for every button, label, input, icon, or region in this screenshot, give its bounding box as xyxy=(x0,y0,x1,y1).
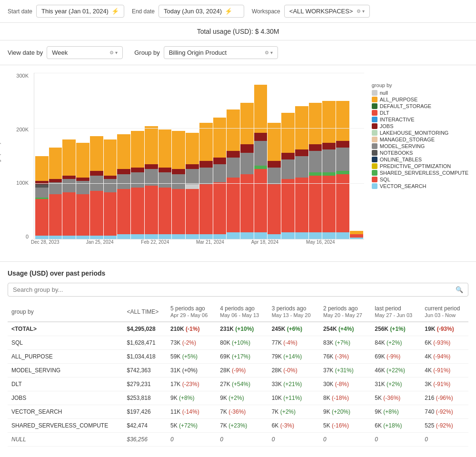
cell-pct: (-92%) xyxy=(436,422,453,429)
cell-main-value: 37K xyxy=(323,367,335,374)
cell-pct: (-18%) xyxy=(332,395,349,401)
cell-main-value: 7K xyxy=(220,422,228,429)
cell-main-value: 28K xyxy=(220,367,232,374)
x-tick: Dec 28, 2023 xyxy=(31,239,60,245)
col-all-time: <ALL TIME> xyxy=(123,302,167,322)
cell-pct: (-16%) xyxy=(332,422,349,429)
table-body: <TOTAL>$4,295,028210K (-1%)231K (+10%)24… xyxy=(8,322,468,447)
table-row: <TOTAL>$4,295,028210K (-1%)231K (+10%)24… xyxy=(8,322,468,336)
group-by-label: Group by xyxy=(134,49,159,56)
cell-main-value: 740 xyxy=(425,408,436,415)
x-tick: May 16, 2024 xyxy=(306,239,335,245)
cell-main-value: 9K xyxy=(170,395,179,401)
search-bar[interactable]: 🔍 xyxy=(8,283,468,297)
cell-main-value: 28K xyxy=(272,367,284,374)
cell-p4: 80K (+10%) xyxy=(216,336,268,350)
cell-group_by: SQL xyxy=(8,336,123,350)
cell-pct: (-36%) xyxy=(228,408,246,415)
legend-label: JOBS xyxy=(380,123,394,129)
legend-item: NOTEBOOKS xyxy=(372,150,468,156)
start-date-input[interactable]: This year (Jan 01, 2024) ⚡ xyxy=(36,5,124,18)
cell-pct: (+31%) xyxy=(335,367,354,374)
table-row: SHARED_SERVERLESS_COMPUTE$42,4745K (+72%… xyxy=(8,419,468,433)
cell-main-value: 525 xyxy=(425,422,436,429)
cell-main-value: 7K xyxy=(220,408,228,415)
grid-line-mid1 xyxy=(34,128,364,129)
cell-pct: (-9%) xyxy=(232,367,246,374)
legend-item: SHARED_SERVERLESS_COMPUTE xyxy=(372,170,468,176)
cell-pct: (+2%) xyxy=(280,408,296,415)
legend-items-container: nullALL_PURPOSEDEFAULT_STORAGEDLTINTERAC… xyxy=(372,90,468,189)
cell-group_by: DLT xyxy=(8,378,123,391)
grid-line-mid2 xyxy=(34,183,364,184)
cell-p1: 256K (+1%) xyxy=(371,322,421,336)
view-date-by-select[interactable]: Week ⚙ ▾ xyxy=(47,46,123,59)
cell-group_by: NULL xyxy=(8,433,123,447)
cell-main-value: 245K xyxy=(272,326,287,332)
cell-main-value: 6K xyxy=(272,422,280,429)
cell-p2: 37K (+31%) xyxy=(319,364,371,378)
end-date-icon: ⚡ xyxy=(225,8,232,15)
cell-pct: (-0%) xyxy=(283,367,297,374)
group-by-select[interactable]: Billing Origin Product ⚙ ▾ xyxy=(164,46,278,59)
x-tick: Jan 25, 2024 xyxy=(86,239,114,245)
usage-table: group by <ALL TIME> 5 periods agoApr 29 … xyxy=(8,302,468,447)
cell-group_by: ALL_PURPOSE xyxy=(8,350,123,364)
legend-swatch xyxy=(372,157,377,162)
table-row: MODEL_SERVING$742,36331K (+0%)28K (-9%)2… xyxy=(8,364,468,378)
cell-p5: 5K (+72%) xyxy=(167,419,216,433)
cell-pct: (-3%) xyxy=(335,353,349,360)
cell-main-value: 4K xyxy=(425,353,433,360)
controls-bar: View date by Week ⚙ ▾ Group by Billing O… xyxy=(0,40,476,65)
legend-item: MODEL_SERVING xyxy=(372,143,468,149)
grid-line-top xyxy=(34,73,364,73)
legend-label: SQL xyxy=(380,177,390,182)
cell-all_time: $42,474 xyxy=(123,419,167,433)
cell-pct: (-1%) xyxy=(186,326,199,332)
end-date-input[interactable]: Today (Jun 03, 2024) ⚡ xyxy=(159,5,244,18)
cell-main-value: 5K xyxy=(170,422,179,429)
cell-p3: 7K (+2%) xyxy=(268,405,319,419)
cell-p1: 5K (-36%) xyxy=(371,391,421,405)
cell-p4: 9K (+2%) xyxy=(216,391,268,405)
cell-p2: 9K (+20%) xyxy=(319,405,371,419)
cell-pct: (-91%) xyxy=(433,367,450,374)
cell-main-value: 3K xyxy=(425,381,433,387)
cell-main-value: 76K xyxy=(323,353,335,360)
cell-main-value: 30K xyxy=(323,381,335,387)
legend-swatch xyxy=(372,130,377,136)
cell-p4: 7K (+23%) xyxy=(216,419,268,433)
table-row: JOBS$253,8189K (+8%)9K (+2%)10K (+11%)8K… xyxy=(8,391,468,405)
total-usage-bar: Total usage (USD): $ 4.30M xyxy=(0,23,476,40)
cell-p2: 0 xyxy=(319,433,371,447)
cell-p3: 28K (-0%) xyxy=(268,364,319,378)
view-date-by-label: View date by xyxy=(8,49,43,56)
cell-main-value: 216 xyxy=(425,395,436,401)
search-icon: 🔍 xyxy=(456,286,463,293)
col-p1: last periodMay 27 - Jun 03 xyxy=(371,302,421,322)
cell-p1: 84K (+2%) xyxy=(371,336,421,350)
workspace-select[interactable]: <ALL WORKSPACES> ⚙ ▾ xyxy=(284,5,370,18)
cell-pct: (-8%) xyxy=(335,381,349,387)
y-label-usage: usage (USD) xyxy=(0,142,1,170)
cell-pct: (-36%) xyxy=(383,395,400,401)
cell-main-value: 5K xyxy=(323,422,332,429)
cell-p5: 31K (+0%) xyxy=(167,364,216,378)
group-by-group: Group by Billing Origin Product ⚙ ▾ xyxy=(134,46,278,59)
cell-p3: 79K (+14%) xyxy=(268,350,319,364)
cell-pct: (-93%) xyxy=(437,326,454,332)
total-usage-text: Total usage (USD): $ 4.30M xyxy=(197,28,279,35)
cell-p5: 73K (-2%) xyxy=(167,336,216,350)
search-input[interactable] xyxy=(13,286,452,293)
cell-p1: 31K (+2%) xyxy=(371,378,421,391)
cell-main-value: 69K xyxy=(375,353,387,360)
legend-item: DEFAULT_STORAGE xyxy=(372,103,468,109)
legend-item: ALL_PURPOSE xyxy=(372,97,468,102)
cell-p5: 210K (-1%) xyxy=(167,322,216,336)
cell-pct: (-23%) xyxy=(182,381,199,387)
x-tick: Feb 22, 2024 xyxy=(141,239,169,245)
legend-swatch xyxy=(372,183,377,189)
cell-p2: 5K (-16%) xyxy=(319,419,371,433)
legend-label: MANAGED_STORAGE xyxy=(380,137,435,142)
chart-container: usage (USD) 300K 200K 100K 0 Dec 28, 202… xyxy=(8,73,364,254)
